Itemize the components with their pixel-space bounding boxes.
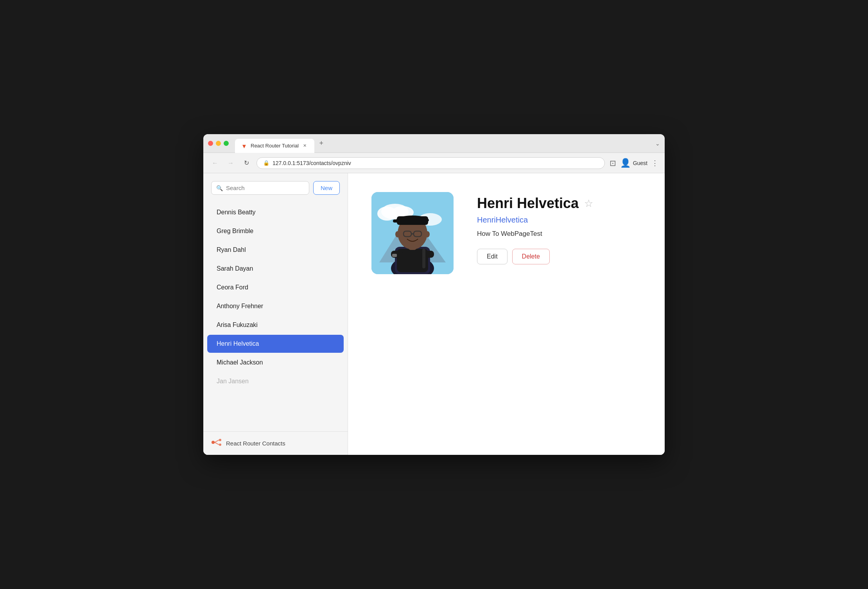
svg-line-4 — [215, 442, 219, 445]
contact-name: Michael Jackson — [217, 359, 263, 366]
maximize-button[interactable] — [224, 141, 229, 146]
contact-item[interactable]: Sarah Dayan — [207, 260, 344, 278]
avatar-image — [371, 192, 454, 274]
contact-item[interactable]: Greg Brimble — [207, 222, 344, 240]
contact-name: Anthony Frehner — [217, 303, 263, 309]
refresh-button[interactable]: ↻ — [241, 158, 252, 169]
react-router-logo — [211, 438, 222, 449]
minimize-button[interactable] — [216, 141, 221, 146]
contact-item[interactable]: Michael Jackson — [207, 354, 344, 372]
address-bar: ← → ↻ 🔒 127.0.0.1:5173/contacts/ovpzniv … — [203, 153, 665, 173]
contact-item[interactable]: Jan Jansen — [207, 372, 344, 390]
svg-rect-21 — [397, 216, 428, 225]
search-input[interactable] — [226, 185, 304, 191]
svg-point-2 — [219, 444, 221, 446]
contact-name: Henri Helvetica — [217, 340, 259, 347]
address-bar-right: ⊡ 👤 Guest ⋮ — [610, 158, 658, 168]
sidebar-footer: React Router Contacts — [203, 431, 348, 455]
window-menu-icon[interactable]: ⌄ — [655, 140, 660, 147]
contact-detail: Henri Helvetica ☆ HenriHelvetica How To … — [371, 192, 641, 274]
tab-close-button[interactable]: ✕ — [302, 143, 308, 149]
app-content: 🔍 New Dennis Beatty Greg Brimble Ryan Da… — [203, 173, 665, 455]
delete-button[interactable]: Delete — [512, 249, 550, 264]
contact-note: How To WebPageTest — [477, 230, 594, 238]
new-contact-button[interactable]: New — [313, 181, 340, 195]
contact-name: Ryan Dahl — [217, 246, 246, 253]
favorite-button[interactable]: ☆ — [583, 197, 594, 210]
url-text: 127.0.0.1:5173/contacts/ovpzniv — [273, 160, 351, 166]
lock-icon: 🔒 — [263, 160, 269, 166]
active-tab[interactable]: ▼ React Router Tutorial ✕ — [235, 139, 314, 153]
contact-handle[interactable]: HenriHelvetica — [477, 215, 594, 224]
forward-button[interactable]: → — [225, 158, 236, 169]
browser-menu-icon[interactable]: ⋮ — [651, 159, 658, 167]
contact-avatar — [371, 192, 454, 274]
tab-favicon: ▼ — [241, 143, 247, 149]
back-button[interactable]: ← — [210, 158, 221, 169]
contact-item[interactable]: Ryan Dahl — [207, 241, 344, 259]
contact-name: Henri Helvetica — [477, 195, 579, 212]
svg-rect-28 — [422, 249, 425, 268]
svg-point-0 — [212, 441, 215, 444]
search-icon: 🔍 — [216, 185, 223, 191]
contact-name: Dennis Beatty — [217, 209, 256, 215]
title-bar: ▼ React Router Tutorial ✕ + ⌄ — [203, 134, 665, 153]
contact-name: Greg Brimble — [217, 228, 253, 234]
sidebar-top: 🔍 New — [203, 173, 348, 199]
close-button[interactable] — [208, 141, 213, 146]
sidebar: 🔍 New Dennis Beatty Greg Brimble Ryan Da… — [203, 173, 348, 455]
contact-name: Ceora Ford — [217, 284, 248, 291]
contact-info: Henri Helvetica ☆ HenriHelvetica How To … — [477, 192, 594, 264]
svg-rect-17 — [392, 254, 397, 257]
contact-item[interactable]: Anthony Frehner — [207, 297, 344, 315]
profile-button[interactable]: 👤 Guest — [620, 158, 647, 168]
browser-window: ▼ React Router Tutorial ✕ + ⌄ ← → ↻ 🔒 12… — [203, 134, 665, 455]
svg-point-26 — [395, 231, 400, 237]
tab-title: React Router Tutorial — [251, 143, 299, 149]
profile-label: Guest — [633, 160, 647, 166]
svg-line-3 — [215, 440, 219, 442]
footer-label: React Router Contacts — [226, 440, 285, 447]
title-bar-right: ⌄ — [655, 140, 660, 147]
search-wrapper[interactable]: 🔍 — [211, 181, 309, 195]
contact-list: Dennis Beatty Greg Brimble Ryan Dahl Sar… — [203, 199, 348, 431]
svg-point-1 — [219, 439, 221, 441]
contact-item[interactable]: Arisa Fukuzaki — [207, 316, 344, 334]
profile-account-icon: 👤 — [620, 158, 631, 168]
edit-button[interactable]: Edit — [477, 249, 508, 264]
url-bar[interactable]: 🔒 127.0.0.1:5173/contacts/ovpzniv — [256, 157, 605, 169]
contact-item-active[interactable]: Henri Helvetica — [207, 335, 344, 353]
contact-name-row: Henri Helvetica ☆ — [477, 195, 594, 212]
contact-name: Arisa Fukuzaki — [217, 321, 258, 328]
svg-rect-22 — [393, 219, 399, 223]
contact-actions: Edit Delete — [477, 249, 594, 264]
traffic-lights — [208, 141, 229, 146]
tabs-area: ▼ React Router Tutorial ✕ + — [235, 136, 652, 151]
contact-item[interactable]: Dennis Beatty — [207, 203, 344, 221]
contact-item[interactable]: Ceora Ford — [207, 278, 344, 296]
main-content: Henri Helvetica ☆ HenriHelvetica How To … — [348, 173, 665, 455]
contact-name: Jan Jansen — [217, 378, 249, 384]
sidebar-toggle-icon[interactable]: ⊡ — [610, 158, 616, 168]
new-tab-button[interactable]: + — [316, 138, 327, 149]
contact-name: Sarah Dayan — [217, 265, 253, 272]
svg-point-27 — [425, 231, 430, 237]
